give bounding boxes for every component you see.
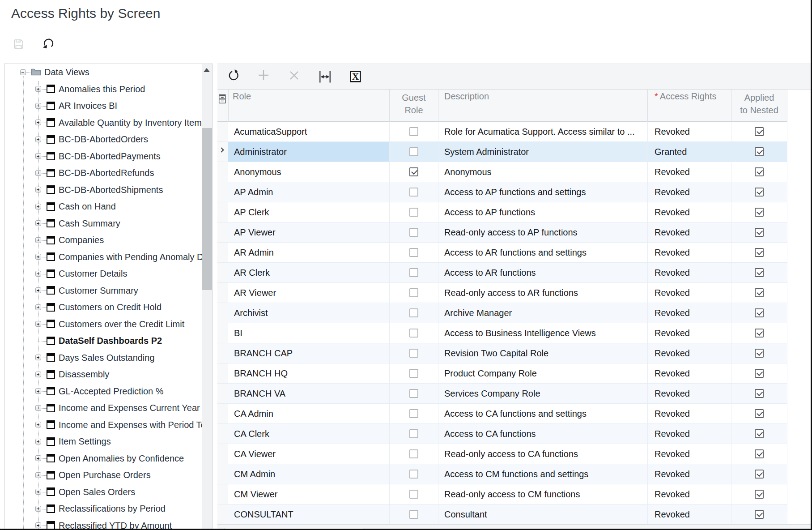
svg-text:X: X (352, 71, 359, 82)
